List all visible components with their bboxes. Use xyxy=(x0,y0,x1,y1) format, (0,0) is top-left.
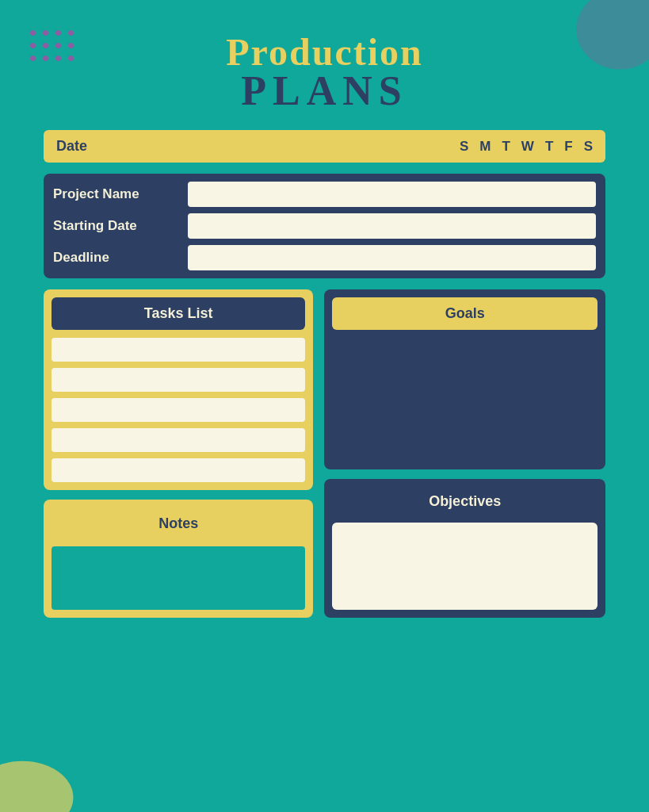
form-section: Project Name Starting Date Deadline xyxy=(44,174,605,278)
task-line-5[interactable] xyxy=(52,458,305,482)
deadline-label: Deadline xyxy=(53,250,188,266)
goals-content[interactable] xyxy=(332,330,597,462)
project-name-input[interactable] xyxy=(188,182,596,207)
objectives-header: Objectives xyxy=(332,487,597,516)
notes-box: Notes xyxy=(44,500,313,618)
dot xyxy=(68,56,74,61)
notes-content[interactable] xyxy=(52,546,305,610)
main-content: Date S M T W T F S Project Name Starting… xyxy=(44,130,605,618)
project-name-label: Project Name xyxy=(53,186,188,202)
starting-date-label: Starting Date xyxy=(53,218,188,234)
svg-point-1 xyxy=(0,761,73,812)
task-line-2[interactable] xyxy=(52,368,305,392)
task-line-3[interactable] xyxy=(52,398,305,422)
title-plans: PLANS xyxy=(0,67,649,114)
task-line-1[interactable] xyxy=(52,338,305,362)
day-w: W xyxy=(521,139,534,155)
day-t: T xyxy=(502,139,510,155)
dot xyxy=(68,30,74,36)
right-column: Goals Objectives xyxy=(324,289,605,618)
blob-bottom-left-decoration xyxy=(0,725,103,812)
dot xyxy=(55,30,61,36)
project-name-row: Project Name xyxy=(53,182,596,207)
dot xyxy=(43,30,48,36)
tasks-header: Tasks List xyxy=(52,297,305,330)
task-line-4[interactable] xyxy=(52,428,305,452)
date-label: Date xyxy=(56,138,87,155)
dot xyxy=(30,56,36,61)
svg-point-0 xyxy=(576,0,649,70)
day-letters: S M T W T F S xyxy=(460,139,593,155)
dot xyxy=(55,43,61,48)
dot xyxy=(30,30,36,36)
page-header: Production PLANS xyxy=(0,0,649,130)
starting-date-row: Starting Date xyxy=(53,213,596,239)
date-row: Date S M T W T F S xyxy=(44,130,605,163)
dot xyxy=(43,56,48,61)
day-s: S xyxy=(460,139,468,155)
day-t2: T xyxy=(545,139,553,155)
decorative-dots xyxy=(30,30,76,63)
goals-header: Goals xyxy=(332,297,597,330)
deadline-input[interactable] xyxy=(188,245,596,270)
dot xyxy=(30,43,36,48)
dot xyxy=(43,43,48,48)
bottom-columns: Tasks List Notes Goals Objective xyxy=(44,289,605,618)
objectives-box: Objectives xyxy=(324,479,605,618)
day-s2: S xyxy=(584,139,593,155)
day-f: F xyxy=(564,139,572,155)
day-m: M xyxy=(479,139,491,155)
tasks-box: Tasks List xyxy=(44,289,313,490)
dot xyxy=(68,43,74,48)
starting-date-input[interactable] xyxy=(188,213,596,239)
dot xyxy=(55,56,61,61)
left-column: Tasks List Notes xyxy=(44,289,313,618)
objectives-content[interactable] xyxy=(332,523,597,610)
notes-header: Notes xyxy=(52,508,305,540)
blob-top-right-decoration xyxy=(562,0,649,95)
goals-box: Goals xyxy=(324,289,605,469)
deadline-row: Deadline xyxy=(53,245,596,270)
